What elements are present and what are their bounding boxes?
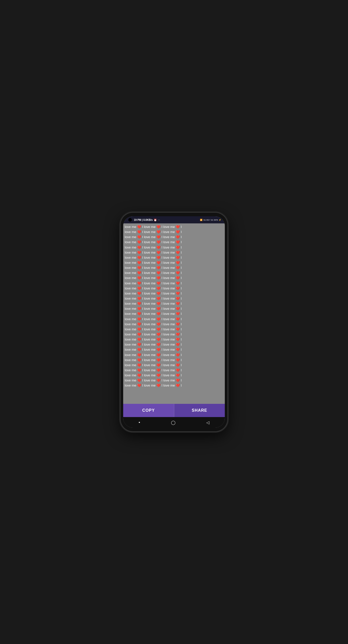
menu-dots: ···: [158, 219, 160, 221]
recent-apps-icon[interactable]: ▪: [139, 420, 140, 425]
status-right: 📶 Vo 4G+ Vo 64% ⚡: [200, 219, 221, 221]
navigation-bar: ▪ ◯ ◁: [123, 417, 225, 428]
copy-button[interactable]: COPY: [123, 404, 174, 417]
status-bar: 19 PM | 0.0KB/s ⏰ ··· 📶 Vo 4G+ Vo 64% ⚡: [123, 216, 225, 223]
phone-screen: 19 PM | 0.0KB/s ⏰ ··· 📶 Vo 4G+ Vo 64% ⚡ …: [123, 216, 225, 428]
battery-level: 64%: [214, 219, 218, 221]
share-button[interactable]: SHARE: [174, 404, 225, 417]
wifi-icon: 📶: [200, 219, 202, 221]
status-time: 19 PM | 0.0KB/s: [134, 219, 153, 221]
back-icon[interactable]: ◁: [206, 420, 209, 425]
charging-icon: ⚡: [219, 219, 221, 221]
alarm-icon: ⏰: [154, 219, 157, 221]
bottom-bar: COPY SHARE: [123, 404, 225, 417]
signal-strength: Vo 4G+ Vo: [203, 219, 213, 221]
phone-frame: 19 PM | 0.0KB/s ⏰ ··· 📶 Vo 4G+ Vo 64% ⚡ …: [121, 213, 227, 431]
camera-hole: [128, 218, 132, 222]
love-text-content: love me ❤️ I love me ❤️ I love me ❤️ I l…: [125, 224, 223, 388]
home-icon[interactable]: ◯: [171, 420, 176, 425]
content-area[interactable]: love me ❤️ I love me ❤️ I love me ❤️ I l…: [123, 223, 225, 404]
